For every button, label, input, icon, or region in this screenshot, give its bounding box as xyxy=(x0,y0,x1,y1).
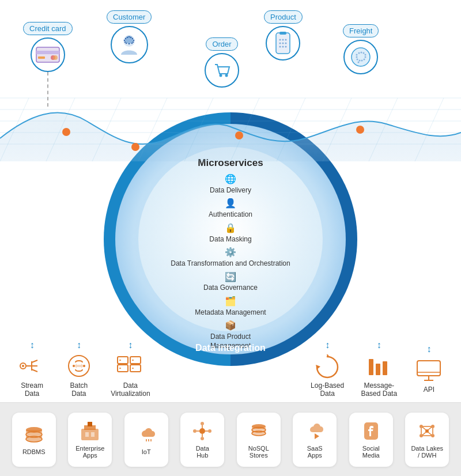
svg-point-49 xyxy=(356,54,358,56)
globe-icon: 🌐 xyxy=(225,173,236,186)
source-saas-apps: SaaSApps xyxy=(293,413,337,467)
source-iot: IoT xyxy=(124,413,168,467)
svg-point-100 xyxy=(201,437,204,440)
svg-point-113 xyxy=(420,425,423,428)
svg-point-28 xyxy=(123,40,124,41)
order-label: Order xyxy=(206,37,237,51)
stream-data-icon xyxy=(17,352,47,380)
social-media-icon xyxy=(361,421,381,441)
data-virtualization-label: DataVirtualization xyxy=(111,381,150,398)
person-icon: 👤 xyxy=(225,198,236,210)
service-label: Metadata Management xyxy=(195,308,266,318)
freight-icon-circle xyxy=(343,40,378,74)
api-label: API xyxy=(424,386,434,394)
svg-point-26 xyxy=(130,37,131,38)
rdbms-icon xyxy=(24,424,44,445)
svg-rect-92 xyxy=(88,422,92,426)
source-credit-card: Credit card xyxy=(23,22,73,72)
svg-point-51 xyxy=(361,52,362,54)
bottom-integrations-row: ↕ StreamData ↕ BatchData ↕ xyxy=(0,340,461,398)
source-social-media: SocialMedia xyxy=(349,413,393,467)
wave-dot-3 xyxy=(235,131,243,139)
wave-dot-2 xyxy=(131,143,139,151)
data-lakes-icon xyxy=(417,421,437,441)
service-data-masking: 🔒 Data Masking xyxy=(209,222,251,244)
arrow-icon: ↕ xyxy=(30,340,35,350)
credit-card-line xyxy=(47,72,48,107)
svg-rect-81 xyxy=(376,364,380,375)
log-based-label: Log-BasedData xyxy=(311,381,344,398)
svg-point-23 xyxy=(124,38,126,39)
data-lakes-label: Data Lakes/ DWH xyxy=(411,445,443,459)
svg-marker-110 xyxy=(315,433,319,439)
inner-circle: Microservices 🌐 Data Delivery 👤 Authenti… xyxy=(138,147,323,331)
arrow-icon-3: ↕ xyxy=(128,340,133,350)
svg-point-32 xyxy=(125,43,126,44)
recycle-icon: 🔄 xyxy=(225,271,236,284)
svg-point-116 xyxy=(431,434,434,437)
svg-rect-74 xyxy=(130,365,141,372)
svg-point-40 xyxy=(282,39,284,41)
order-icon xyxy=(211,60,232,81)
bottom-sources-bar: RDBMS EnterpriseApps IoT xyxy=(0,402,461,476)
svg-line-117 xyxy=(422,427,426,430)
service-label: Data Governance xyxy=(203,284,258,293)
credit-card-icon xyxy=(36,47,60,63)
svg-point-59 xyxy=(361,60,363,62)
svg-rect-90 xyxy=(81,429,99,440)
service-metadata-management: 🗂️ Metadata Management xyxy=(195,296,266,317)
integration-data-virtualization: ↕ DataVirtualization xyxy=(111,340,150,398)
svg-point-58 xyxy=(359,60,361,62)
svg-line-65 xyxy=(32,360,37,362)
svg-line-118 xyxy=(428,427,432,430)
svg-point-29 xyxy=(133,40,134,41)
svg-rect-83 xyxy=(417,361,440,376)
svg-rect-73 xyxy=(130,357,141,364)
log-based-icon xyxy=(312,352,342,380)
svg-rect-93 xyxy=(85,432,89,437)
svg-point-99 xyxy=(201,422,204,425)
source-enterprise-apps: EnterpriseApps xyxy=(68,413,112,467)
source-freight: Freight xyxy=(343,24,379,74)
api-icon xyxy=(414,356,444,384)
svg-point-48 xyxy=(352,48,370,66)
svg-point-101 xyxy=(193,429,197,433)
service-label: Data Transformation and Orchestration xyxy=(171,259,290,269)
svg-point-42 xyxy=(279,43,281,44)
svg-point-27 xyxy=(131,38,133,39)
freight-label: Freight xyxy=(343,24,379,37)
credit-card-icon-circle xyxy=(31,37,65,72)
svg-point-20 xyxy=(53,55,58,60)
svg-rect-16 xyxy=(36,47,59,62)
svg-point-69 xyxy=(73,365,75,367)
svg-point-33 xyxy=(128,43,129,44)
data-virtualization-icon xyxy=(115,352,145,380)
svg-line-67 xyxy=(32,369,37,372)
svg-point-43 xyxy=(282,43,284,44)
svg-point-53 xyxy=(365,54,366,56)
order-icon-circle xyxy=(205,53,239,88)
svg-line-120 xyxy=(428,432,432,435)
source-product: Product xyxy=(264,10,303,61)
arrow-icon-4: ↕ xyxy=(325,340,330,350)
svg-point-102 xyxy=(208,429,211,433)
svg-point-39 xyxy=(279,39,281,41)
svg-point-31 xyxy=(132,41,133,43)
customer-label: Customer xyxy=(107,10,152,24)
svg-point-35 xyxy=(220,74,222,77)
product-label: Product xyxy=(264,10,303,24)
service-label: Authentication xyxy=(209,210,252,220)
data-hub-icon xyxy=(192,421,213,441)
integration-batch-data: ↕ BatchData xyxy=(64,340,94,398)
svg-rect-71 xyxy=(118,357,128,364)
services-list: 🌐 Data Delivery 👤 Authentication 🔒 Data … xyxy=(138,173,323,350)
service-label: Data Masking xyxy=(209,235,251,244)
svg-rect-17 xyxy=(36,51,59,54)
arrow-icon-2: ↕ xyxy=(77,340,81,350)
svg-point-44 xyxy=(285,43,287,44)
iot-icon xyxy=(136,424,157,445)
saas-apps-label: SaaSApps xyxy=(307,445,323,459)
svg-rect-72 xyxy=(118,365,128,372)
svg-point-56 xyxy=(357,59,358,61)
svg-point-55 xyxy=(365,56,366,58)
